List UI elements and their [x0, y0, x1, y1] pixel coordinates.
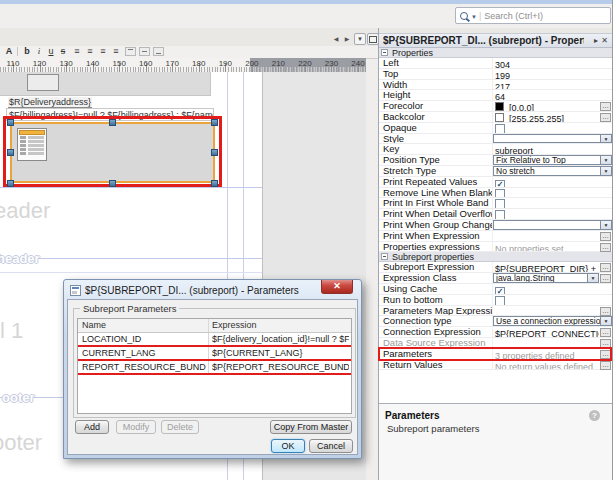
dropdown[interactable]: Use a connection expression▼ [493, 316, 612, 326]
property-row[interactable]: Properties expressionsNo properties set… [379, 242, 612, 253]
property-row[interactable]: Left304 [379, 58, 612, 69]
property-row[interactable]: Connection Expression$P{REPORT_CONNECTIO… [379, 327, 612, 338]
property-row[interactable]: Remove Line When Blank [379, 188, 612, 199]
property-value-cell[interactable]: [0,0,0] [492, 101, 599, 111]
resource-text-field[interactable]: $R{Deliveryaddress} [8, 97, 92, 108]
property-row[interactable]: Print In First Whole Band [379, 198, 612, 209]
align-left-button[interactable]: ≡ [71, 46, 83, 57]
add-button[interactable]: Add [75, 420, 109, 434]
property-row[interactable]: Run to bottom [379, 295, 612, 306]
property-row[interactable]: Keysubreport [379, 144, 612, 155]
property-value-cell[interactable]: ▼ [492, 134, 612, 144]
property-value-cell[interactable]: ✓ [492, 284, 612, 294]
selection-handle[interactable] [109, 180, 116, 187]
edit-button[interactable]: … [600, 243, 611, 252]
checkbox[interactable]: ✓ [495, 180, 505, 187]
checkbox[interactable]: ✓ [495, 287, 505, 294]
parameters-table[interactable]: Name Expression LOCATION_ID$F{delivery_l… [77, 318, 352, 414]
property-row[interactable]: Data Source Expression… [379, 338, 612, 349]
checkbox[interactable] [495, 189, 505, 198]
property-row[interactable]: Parameters Map Expression… [379, 306, 612, 317]
dropdown[interactable]: No stretch▼ [493, 166, 612, 176]
section-header[interactable]: Subreport properties [379, 252, 612, 262]
underline-button[interactable]: u [45, 46, 57, 57]
dock-icon[interactable]: ▸ [594, 36, 598, 45]
align-center-button[interactable]: ≡ [84, 46, 96, 57]
property-row[interactable]: Connection typeUse a connection expressi… [379, 316, 612, 327]
edit-button[interactable]: … [600, 232, 611, 241]
edit-button[interactable]: … [600, 339, 611, 348]
property-row[interactable]: Forecolor[0,0,0]… [379, 101, 612, 112]
search-caret-icon[interactable]: ▼ [471, 14, 477, 20]
edit-button[interactable]: … [600, 102, 611, 111]
dropdown-arrow-icon[interactable]: ▼ [600, 156, 611, 164]
selection-handle[interactable] [7, 119, 14, 126]
edit-button[interactable]: … [600, 263, 611, 272]
dropdown[interactable]: ▼ [493, 134, 612, 144]
properties-panel-header[interactable]: $P{SUBREPORT_DI... (subreport) - Propert… [379, 33, 612, 48]
search-input[interactable]: ▼ | Search (Ctrl+I) [455, 7, 611, 24]
dropdown[interactable]: ▼ [493, 220, 612, 230]
edit-button[interactable]: … [600, 350, 611, 359]
property-row[interactable]: Return ValuesNo return values defined… [379, 360, 612, 371]
edit-button[interactable]: … [600, 307, 611, 316]
property-value-cell[interactable]: $P{REPORT_CONNECTION} [492, 327, 599, 337]
dropdown-arrow-icon[interactable]: ▼ [600, 317, 611, 325]
property-row[interactable]: Stretch TypeNo stretch▼ [379, 166, 612, 177]
edit-button[interactable]: … [600, 113, 611, 122]
modify-button[interactable]: Modify [116, 420, 156, 434]
selection-handle[interactable] [109, 119, 116, 126]
selection-handle[interactable] [7, 180, 14, 187]
bold-button[interactable]: b [21, 46, 33, 57]
property-value-cell[interactable]: 64 [492, 90, 612, 100]
property-value-cell[interactable] [492, 123, 612, 133]
strikethrough-button[interactable]: s [57, 46, 69, 57]
report-element[interactable] [27, 74, 59, 91]
column-header-name[interactable]: Name [82, 319, 206, 331]
tab-scroll-left-button[interactable]: ◀ [331, 34, 341, 44]
property-row[interactable]: Position TypeFix Relative to Top▼ [379, 155, 612, 166]
property-row[interactable]: Height64 [379, 90, 612, 101]
dropdown[interactable]: java.lang.String▼ [493, 273, 599, 283]
property-row[interactable]: Print When Detail Overflows [379, 209, 612, 220]
property-value-cell[interactable]: No properties set [492, 242, 599, 252]
property-row[interactable]: Style▼ [379, 134, 612, 145]
valign-top-button[interactable] [125, 47, 136, 56]
property-row[interactable]: Using Cache✓ [379, 284, 612, 295]
dropdown-arrow-icon[interactable]: ▼ [600, 135, 611, 143]
property-row[interactable]: Print Repeated Values✓ [379, 177, 612, 188]
property-value-cell[interactable]: ▼ [492, 220, 612, 230]
selection-handle[interactable] [211, 180, 218, 187]
valign-middle-button[interactable] [139, 47, 150, 56]
property-row[interactable]: Print When Expression… [379, 231, 612, 242]
checkbox[interactable] [495, 210, 505, 219]
checkbox[interactable] [495, 124, 505, 133]
copy-from-master-button[interactable]: Copy From Master [270, 420, 352, 434]
property-row[interactable]: Backcolor[255,255,255]… [379, 112, 612, 123]
dropdown-arrow-icon[interactable]: ▼ [587, 274, 598, 282]
column-header-expression[interactable]: Expression [212, 319, 349, 331]
dropdown-arrow-icon[interactable]: ▼ [600, 167, 611, 175]
property-value-cell[interactable]: java.lang.String▼ [492, 273, 599, 283]
section-header[interactable]: Properties [379, 48, 612, 58]
property-value-cell[interactable]: 304 [492, 58, 612, 68]
property-value-cell[interactable]: 3 properties defined [492, 349, 599, 359]
cancel-button[interactable]: Cancel [309, 439, 353, 453]
property-value-cell[interactable] [492, 231, 599, 241]
property-row[interactable]: Opaque [379, 123, 612, 134]
property-row[interactable]: Top199 [379, 69, 612, 80]
ok-button[interactable]: OK [271, 439, 305, 453]
dialog-close-button[interactable]: ✕ [321, 280, 353, 294]
property-value-cell[interactable] [492, 295, 612, 305]
property-value-cell[interactable]: No stretch▼ [492, 166, 612, 176]
property-value-cell[interactable]: ✓ [492, 177, 612, 187]
font-size-icon[interactable]: A [3, 46, 15, 57]
property-value-cell[interactable] [492, 198, 612, 208]
property-row[interactable]: Expression Classjava.lang.String▼… [379, 273, 612, 284]
edit-button[interactable]: … [600, 328, 611, 337]
collapse-icon[interactable] [381, 253, 388, 260]
property-value-cell[interactable] [492, 306, 599, 316]
align-justify-button[interactable]: ≡ [110, 46, 122, 57]
delete-button[interactable]: Delete [161, 420, 199, 434]
property-value-cell[interactable] [492, 209, 612, 219]
